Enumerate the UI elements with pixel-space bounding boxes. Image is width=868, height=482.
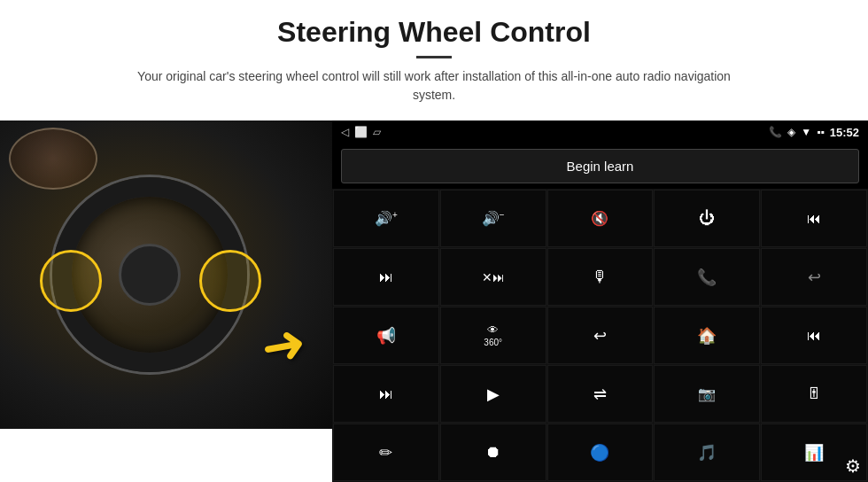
vol-down-icon: 🔊− — [482, 210, 505, 227]
bluetooth-icon: 🔵 — [590, 443, 609, 463]
page-container: Steering Wheel Control Your original car… — [0, 0, 868, 482]
subtitle-text: Your original car's steering wheel contr… — [124, 67, 744, 105]
mute-icon: 🔇 — [591, 210, 608, 227]
camera-icon: 📷 — [698, 385, 716, 402]
fast-forward-button[interactable]: ✕⏭ — [440, 248, 546, 306]
call-button[interactable]: 📞 — [654, 248, 760, 306]
edit-icon: ✏ — [379, 443, 392, 463]
navigate-button[interactable]: ▶ — [440, 365, 546, 423]
android-display-panel: ◁ ⬜ ▱ 📞 ◈ ▼ ▪▪ 15:52 Begin learn — [332, 120, 868, 482]
vol-down-button[interactable]: 🔊− — [440, 190, 546, 247]
skip-back-icon: ⏮ — [807, 328, 821, 344]
content-row: ➜ ◁ ⬜ ▱ 📞 ◈ ▼ ▪▪ 15:52 — [0, 120, 868, 482]
prev-track-button[interactable]: ⏮ — [761, 190, 867, 247]
settings-gear-button[interactable]: ⚙ — [845, 455, 861, 477]
mute-button[interactable]: 🔇 — [547, 190, 654, 247]
header-section: Steering Wheel Control Your original car… — [0, 0, 868, 112]
record-icon: ⏺ — [485, 443, 501, 462]
speaker-button[interactable]: 📢 — [333, 307, 439, 364]
wifi-status-icon: ▼ — [801, 126, 811, 138]
back-icon: ↩ — [593, 326, 607, 346]
equalizer-icon: 🎚 — [806, 385, 822, 403]
fast-forward-icon: ✕⏭ — [482, 270, 505, 284]
skip-back-button[interactable]: ⏮ — [761, 307, 867, 364]
recents-nav-icon[interactable]: ▱ — [373, 126, 381, 138]
call-icon: 📞 — [697, 268, 717, 287]
prev-track-icon: ⏮ — [807, 211, 821, 227]
home-nav-icon[interactable]: ⬜ — [354, 126, 368, 138]
vol-up-button[interactable]: 🔊+ — [333, 190, 439, 247]
status-bar-left: ◁ ⬜ ▱ — [341, 126, 381, 138]
left-button-highlight — [40, 250, 102, 312]
power-button[interactable]: ⏻ — [654, 190, 760, 247]
home-icon: 🏠 — [697, 326, 717, 346]
camera-360-icon: 👁360° — [484, 324, 502, 347]
camera-360-button[interactable]: 👁360° — [440, 307, 546, 364]
status-bar-right: 📞 ◈ ▼ ▪▪ 15:52 — [769, 126, 859, 139]
record-button[interactable]: ⏺ — [440, 424, 546, 481]
vol-up-icon: 🔊+ — [375, 210, 398, 227]
equalizer-button[interactable]: 🎚 — [761, 365, 867, 423]
hang-up-icon: ↩ — [808, 268, 821, 287]
page-title: Steering Wheel Control — [53, 16, 815, 49]
music-button[interactable]: 🎵 — [654, 424, 760, 481]
power-icon: ⏻ — [699, 209, 715, 228]
status-bar: ◁ ⬜ ▱ 📞 ◈ ▼ ▪▪ 15:52 — [332, 120, 868, 144]
source-icon: ⇌ — [593, 385, 607, 404]
signal-bars: ▪▪ — [817, 126, 825, 138]
music-icon: 🎵 — [697, 443, 717, 463]
spectrum-icon: 📊 — [804, 443, 824, 463]
next-button[interactable]: ⏭ — [333, 248, 439, 306]
wheel-hub — [119, 244, 181, 306]
location-status-icon: ◈ — [787, 126, 795, 138]
begin-learn-row: Begin learn — [332, 144, 868, 189]
begin-learn-button[interactable]: Begin learn — [341, 149, 859, 183]
clock-display: 15:52 — [830, 126, 859, 139]
skip-forward-icon: ⏭ — [379, 386, 393, 402]
right-button-highlight — [199, 250, 261, 312]
camera-button[interactable]: 📷 — [654, 365, 760, 423]
back-nav-icon[interactable]: ◁ — [341, 126, 349, 138]
home-button[interactable]: 🏠 — [654, 307, 760, 364]
mic-icon: 🎙 — [592, 268, 608, 286]
edit-button[interactable]: ✏ — [333, 424, 439, 481]
mic-button[interactable]: 🎙 — [547, 248, 654, 306]
navigate-icon: ▶ — [487, 385, 500, 404]
steering-wheel-image: ➜ — [0, 120, 332, 429]
skip-forward-button[interactable]: ⏭ — [333, 365, 439, 423]
back-button[interactable]: ↩ — [547, 307, 654, 364]
next-icon: ⏭ — [379, 269, 393, 285]
gauge-indicator — [9, 128, 97, 190]
hang-up-button[interactable]: ↩ — [761, 248, 867, 306]
controls-grid: 🔊+ 🔊− 🔇 ⏻ ⏮ ⏭ ✕⏭ — [332, 189, 868, 482]
phone-status-icon: 📞 — [769, 126, 782, 138]
speaker-icon: 📢 — [376, 326, 396, 346]
source-button[interactable]: ⇌ — [547, 365, 654, 423]
gear-icon: ⚙ — [845, 456, 861, 476]
title-divider — [416, 56, 452, 58]
bluetooth-button[interactable]: 🔵 — [547, 424, 654, 481]
